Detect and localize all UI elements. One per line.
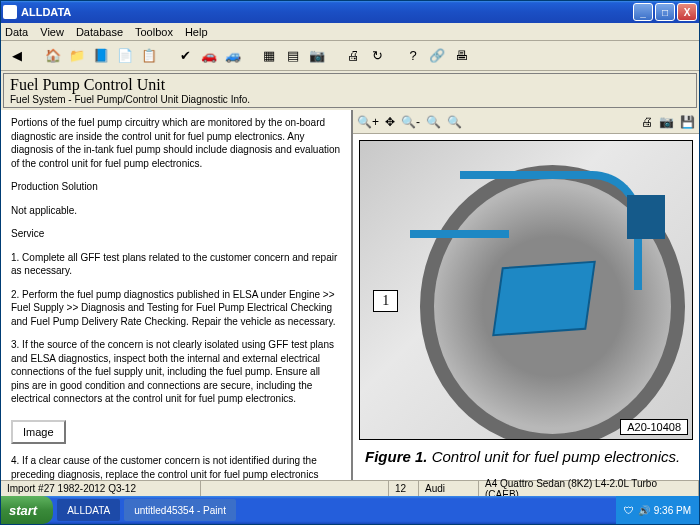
- zoom-in-icon[interactable]: 🔍+: [357, 115, 379, 129]
- status-import: Import #27 1982-2012 Q3-12: [1, 481, 201, 496]
- camera-icon[interactable]: 📷: [307, 46, 327, 66]
- minimize-button[interactable]: _: [633, 3, 653, 21]
- figure-caption: Figure 1. Control unit for fuel pump ele…: [359, 440, 693, 474]
- clock: 9:36 PM: [654, 505, 691, 516]
- pan-icon[interactable]: ✥: [385, 115, 395, 129]
- para: Production Solution: [11, 180, 341, 194]
- zoom-100-icon[interactable]: 🔍: [447, 115, 462, 129]
- tray-icon: 🔊: [638, 505, 650, 516]
- close-button[interactable]: X: [677, 3, 697, 21]
- maximize-button[interactable]: □: [655, 3, 675, 21]
- menu-toolbox[interactable]: Toolbox: [135, 26, 173, 38]
- image-toolbar: 🔍+ ✥ 🔍- 🔍 🔍 🖨 📷 💾: [353, 110, 699, 134]
- tray-icon: 🛡: [624, 505, 634, 516]
- para: 3. If the source of the concern is not c…: [11, 338, 341, 406]
- menu-database[interactable]: Database: [76, 26, 123, 38]
- start-button[interactable]: start: [1, 496, 53, 524]
- menubar: Data View Database Toolbox Help: [1, 23, 699, 41]
- status-num: 12: [389, 481, 419, 496]
- titlebar: ALLDATA _ □ X: [1, 1, 699, 23]
- list-icon[interactable]: ▦: [259, 46, 279, 66]
- zoom-out-icon[interactable]: 🔍-: [401, 115, 420, 129]
- para: Portions of the fuel pump circuitry whic…: [11, 116, 341, 170]
- status-make: Audi: [419, 481, 479, 496]
- save-image-icon[interactable]: 💾: [680, 115, 695, 129]
- article-title: Fuel Pump Control Unit: [10, 76, 690, 94]
- article-subtitle: Fuel System - Fuel Pump/Control Unit Dia…: [10, 94, 690, 105]
- image-button[interactable]: Image: [11, 420, 66, 445]
- camera2-icon[interactable]: 📷: [659, 115, 674, 129]
- taskbar: start ALLDATA untitled45354 - Paint 🛡 🔊 …: [1, 496, 699, 524]
- doc-icon[interactable]: 📋: [139, 46, 159, 66]
- back-button[interactable]: ◀: [7, 46, 27, 66]
- app-icon: [3, 5, 17, 19]
- window-title: ALLDATA: [21, 6, 71, 18]
- book-icon[interactable]: 📘: [91, 46, 111, 66]
- truck-icon[interactable]: 🚙: [223, 46, 243, 66]
- part-number: A20-10408: [620, 419, 688, 435]
- article-body[interactable]: Portions of the fuel pump circuitry whic…: [1, 110, 351, 480]
- folder-icon[interactable]: 📁: [67, 46, 87, 66]
- print2-icon[interactable]: 🖶: [451, 46, 471, 66]
- para: 2. Perform the fuel pump diagnostics pub…: [11, 288, 341, 329]
- help-icon[interactable]: ?: [403, 46, 423, 66]
- menu-data[interactable]: Data: [5, 26, 28, 38]
- status-model: A4 Quattro Sedan (8K2) L4-2.0L Turbo (CA…: [479, 481, 699, 496]
- image-pane: 🔍+ ✥ 🔍- 🔍 🔍 🖨 📷 💾 1 A20-10408: [353, 110, 699, 480]
- para: 1. Complete all GFF test plans related t…: [11, 251, 341, 278]
- task-paint[interactable]: untitled45354 - Paint: [124, 499, 236, 521]
- zoom-fit-icon[interactable]: 🔍: [426, 115, 441, 129]
- task-alldata[interactable]: ALLDATA: [57, 499, 120, 521]
- article-header: Fuel Pump Control Unit Fuel System - Fue…: [3, 73, 697, 108]
- text-pane: Portions of the fuel pump circuitry whic…: [1, 110, 353, 480]
- callout-1: 1: [373, 290, 398, 312]
- figure-label: Figure 1.: [365, 448, 428, 465]
- check-icon[interactable]: ✔: [175, 46, 195, 66]
- page-icon[interactable]: 📄: [115, 46, 135, 66]
- link-icon[interactable]: 🔗: [427, 46, 447, 66]
- refresh-icon[interactable]: ↻: [367, 46, 387, 66]
- print-image-icon[interactable]: 🖨: [641, 115, 653, 129]
- figure-text: Control unit for fuel pump electronics.: [428, 448, 681, 465]
- para: 4. If a clear cause of the customer conc…: [11, 454, 341, 480]
- status-bar: Import #27 1982-2012 Q3-12 12 Audi A4 Qu…: [1, 480, 699, 496]
- grid-icon[interactable]: ▤: [283, 46, 303, 66]
- diagram-image: 1 A20-10408: [359, 140, 693, 440]
- menu-view[interactable]: View: [40, 26, 64, 38]
- system-tray[interactable]: 🛡 🔊 9:36 PM: [616, 496, 699, 524]
- home-icon[interactable]: 🏠: [43, 46, 63, 66]
- print-icon[interactable]: 🖨: [343, 46, 363, 66]
- car-icon[interactable]: 🚗: [199, 46, 219, 66]
- toolbar: ◀ 🏠 📁 📘 📄 📋 ✔ 🚗 🚙 ▦ ▤ 📷 🖨 ↻ ? 🔗 🖶: [1, 41, 699, 71]
- para: Service: [11, 227, 341, 241]
- menu-help[interactable]: Help: [185, 26, 208, 38]
- para: Not applicable.: [11, 204, 341, 218]
